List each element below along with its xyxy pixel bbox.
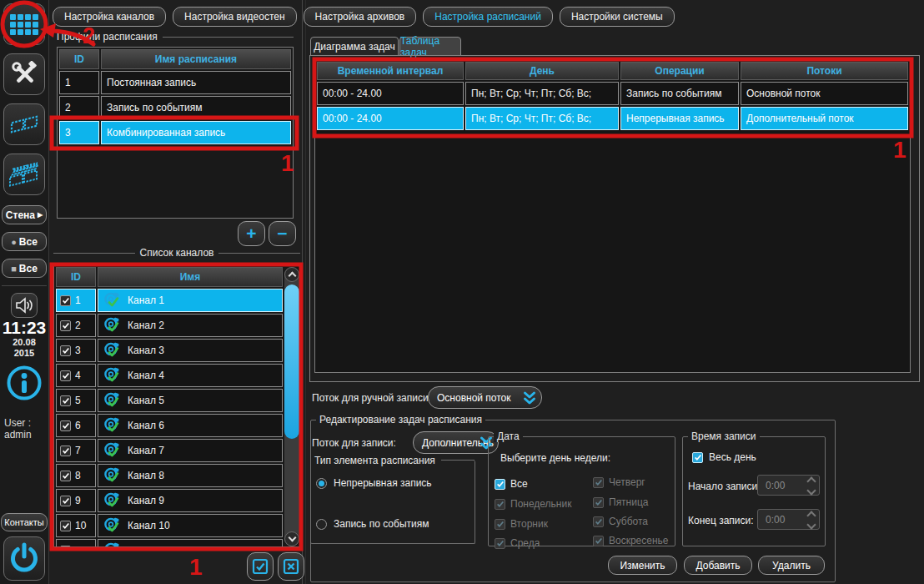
videowall-button[interactable] [3,103,45,145]
channel-row[interactable]: 3 Канал 3 [56,339,283,362]
plus-icon: + [246,224,256,244]
spinner-down-icon[interactable] [806,520,816,529]
edit-task-button[interactable]: Изменить [608,556,677,575]
sound-button[interactable] [11,293,38,318]
checkbox-monday[interactable]: Понедельник [495,498,571,510]
column-header-interval[interactable]: Временной интервал [317,62,464,80]
channel-checkbox[interactable] [60,370,71,381]
application-window: Стена▶ ●Все ■Все 11:23 20.08 2015 User :… [0,0,924,584]
scroll-up-button[interactable] [284,267,299,282]
multi-videowall-icon [8,160,40,189]
scroll-down-button[interactable] [284,531,299,546]
all-square-button[interactable]: ■Все [2,259,47,278]
channel-row-partial[interactable] [56,539,283,547]
channel-checkbox[interactable] [60,345,71,356]
camera-icon [103,392,122,409]
add-task-button[interactable]: Добавить [684,556,752,575]
radio-event-record[interactable]: Запись по событиям [316,518,429,530]
task-row-selected[interactable]: 00:00 - 24.00 Пн; Вт; Ср; Чт; Пт; Сб; Вс… [317,107,908,130]
profile-row[interactable]: 2 Запись по событиям [59,96,291,119]
tab-channel-settings[interactable]: Настройка каналов [53,7,166,27]
tab-task-table[interactable]: Таблица задач [399,37,461,56]
delete-task-button[interactable]: Удалить [758,556,825,575]
layout-grid-button[interactable] [3,3,45,45]
checkbox-tuesday[interactable]: Вторник [495,518,548,530]
channel-row[interactable]: 4 Канал 4 [56,364,283,387]
channel-checkbox[interactable] [60,320,71,331]
checkbox-friday[interactable]: Пятница [593,496,649,508]
manual-stream-dropdown[interactable]: Основной поток [428,386,542,409]
checkbox-disabled-icon [593,497,604,508]
channels-group-title: Список каналов [53,247,300,259]
checkbox-disabled-icon [495,519,505,530]
contacts-button[interactable]: Контакты [1,513,48,531]
channel-checkbox[interactable] [60,295,71,306]
checkbox-sunday[interactable]: Воскресенье [593,535,669,546]
radio-continuous-record[interactable]: Непрерывная запись [316,477,432,489]
channel-row[interactable]: 1 Канал 1 [56,289,283,312]
profile-row[interactable]: 1 Постоянная запись [59,71,291,94]
scroll-thumb[interactable] [284,284,299,439]
record-stream-dropdown[interactable]: Дополнительнь [413,431,499,454]
column-header-id[interactable]: ID [59,49,99,69]
camera-icon [103,467,122,484]
power-button[interactable] [3,536,45,581]
checkbox-disabled-icon [593,477,604,488]
channel-row[interactable]: 10 Канал 10 [56,514,283,537]
spinner-up-icon[interactable] [806,476,816,486]
tab-archive-settings[interactable]: Настройка архивов [304,7,417,27]
checkbox-thursday[interactable]: Четверг [593,476,645,488]
info-button[interactable] [6,364,43,405]
checkbox-checked-icon [252,558,269,575]
channel-row[interactable]: 8 Канал 8 [56,464,283,487]
spinner-down-icon[interactable] [806,486,816,495]
select-all-channels-button[interactable] [247,552,274,581]
remove-profile-button[interactable]: − [269,221,296,246]
checkbox-all-days[interactable]: Все [495,478,528,490]
channel-checkbox[interactable] [60,471,71,481]
channels-scrollbar[interactable] [284,267,299,546]
tab-task-diagram[interactable]: Диаграмма задач [310,37,399,56]
user-label: User : [4,417,31,429]
task-row[interactable]: 00:00 - 24.00 Пн; Вт; Ср; Чт; Пт; Сб; Вс… [317,82,908,105]
radio-on-icon [316,478,327,489]
column-header-day[interactable]: День [465,62,619,80]
channel-checkbox[interactable] [60,521,71,531]
channel-row[interactable]: 9 Канал 9 [56,489,283,512]
start-time-spinner[interactable]: 0:00 [757,475,820,496]
profile-row-selected[interactable]: 3 Комбинированная запись [59,121,291,144]
channel-checkbox[interactable] [60,395,71,406]
tab-system-settings[interactable]: Настройки системы [560,7,675,27]
channel-row[interactable]: 2 Канал 2 [56,314,283,337]
column-header-name[interactable]: Имя [98,267,283,287]
checkbox-checked-icon [692,452,703,463]
column-header-name[interactable]: Имя расписания [101,49,291,69]
channel-row[interactable]: 7 Канал 7 [56,439,283,462]
settings-tools-button[interactable] [3,53,45,95]
wall-button[interactable]: Стена▶ [2,205,47,224]
checkbox-all-day[interactable]: Весь день [692,451,756,463]
all-round-button[interactable]: ●Все [2,232,47,251]
column-header-streams[interactable]: Потоки [741,62,908,80]
channel-row[interactable]: 5 Канал 5 [56,389,283,412]
column-header-operation[interactable]: Операции [620,62,739,80]
camera-icon [103,542,122,547]
end-time-spinner[interactable]: 0:00 [757,509,820,530]
channel-checkbox[interactable] [60,420,71,431]
channel-checkbox[interactable] [60,546,71,548]
checkbox-saturday[interactable]: Суббота [593,516,648,527]
column-header-id[interactable]: ID [56,267,96,287]
deselect-all-channels-button[interactable] [278,552,304,581]
add-profile-button[interactable]: + [238,221,265,246]
channel-checkbox[interactable] [60,496,71,506]
multi-videowall-button[interactable] [3,154,45,195]
checkbox-disabled-icon [593,536,604,546]
videowall-icon [9,111,39,138]
checkbox-wednesday[interactable]: Среда [495,537,540,549]
channel-checkbox[interactable] [60,446,71,456]
spinner-up-icon[interactable] [806,511,816,520]
channel-row[interactable]: 6 Канал 6 [56,414,283,437]
chevron-up-icon [288,272,296,280]
tab-videowall-settings[interactable]: Настройка видеостен [173,7,297,27]
tab-schedule-settings[interactable]: Настройка расписаний [423,7,553,27]
